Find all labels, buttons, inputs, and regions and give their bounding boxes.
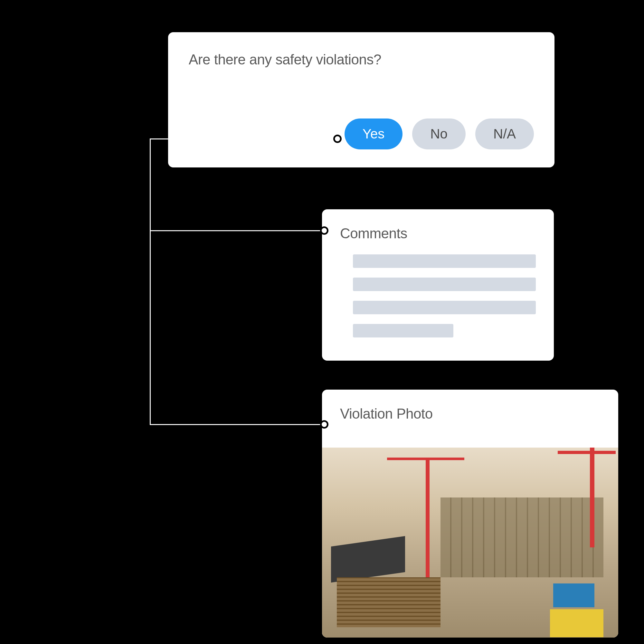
question-title: Are there any safety violations?	[189, 52, 534, 68]
question-card: Are there any safety violations? Yes No …	[168, 32, 554, 167]
skeleton-line	[353, 324, 453, 337]
connector-line-horizontal-2	[150, 230, 324, 231]
na-button[interactable]: N/A	[475, 118, 534, 149]
skeleton-line	[353, 301, 536, 314]
connector-node-yes	[333, 135, 342, 143]
no-button[interactable]: No	[412, 118, 466, 149]
comments-placeholder	[340, 254, 536, 337]
yes-button[interactable]: Yes	[345, 118, 403, 149]
answer-button-row: Yes No N/A	[345, 118, 534, 149]
connector-line-vertical	[150, 138, 151, 425]
connector-node-photo	[320, 420, 328, 429]
photo-header: Violation Photo	[322, 390, 618, 448]
skeleton-line	[353, 254, 536, 268]
comments-title: Comments	[340, 225, 536, 241]
connector-node-comments	[320, 226, 328, 235]
connector-line-horizontal-3	[150, 424, 324, 425]
violation-photo-image	[322, 448, 618, 638]
photo-title: Violation Photo	[340, 406, 600, 422]
violation-photo-card: Violation Photo	[322, 390, 618, 638]
comments-card: Comments	[322, 209, 554, 361]
skeleton-line	[353, 278, 536, 291]
